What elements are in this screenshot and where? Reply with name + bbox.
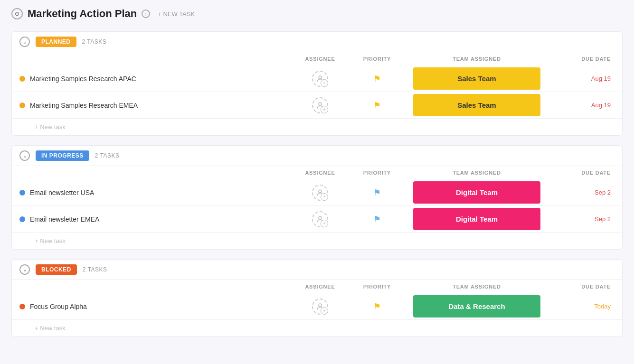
svg-point-2 <box>319 190 322 193</box>
svg-point-4 <box>319 304 322 307</box>
priority-cell: ⚑ <box>349 206 406 232</box>
team-cell: Digital Team <box>406 206 548 232</box>
task-count-blocked: 2 TASKS <box>83 266 107 273</box>
task-name-cell: Email newsletter USA <box>19 179 292 205</box>
page-container: ⊙ Marketing Action Plan i + NEW TASK ⌄ P… <box>0 0 634 364</box>
task-name-cell: Marketing Samples Research EMEA <box>19 92 292 118</box>
assignee-cell <box>292 65 349 92</box>
task-name: Marketing Samples Research EMEA <box>30 102 138 109</box>
status-badge-inprogress: IN PROGRESS <box>36 150 89 161</box>
section-header-blocked: ⌄ BLOCKED 2 TASKS <box>12 260 622 280</box>
flag-icon: ⚑ <box>373 301 381 312</box>
col-due: DUE DATE <box>548 284 615 289</box>
col-priority: PRIORITY <box>349 56 406 62</box>
sections-container: ⌄ PLANNED 2 TASKS ASSIGNEE PRIORITY TEAM… <box>11 31 623 337</box>
task-dot <box>19 103 25 108</box>
due-date-cell: Sep 2 <box>548 179 615 205</box>
col-due: DUE DATE <box>548 170 615 176</box>
flag-icon: ⚑ <box>373 187 381 198</box>
team-cell: Data & Research <box>406 293 548 319</box>
task-dot <box>19 190 25 196</box>
assignee-cell <box>292 293 349 319</box>
assignee-cell <box>292 92 349 118</box>
col-task-name <box>31 170 292 176</box>
col-assignee: ASSIGNEE <box>292 56 349 62</box>
col-headers-blocked: ASSIGNEE PRIORITY TEAM ASSIGNED DUE DATE <box>12 280 622 293</box>
task-name: Email newsletter USA <box>30 189 94 196</box>
team-cell: Digital Team <box>406 179 548 205</box>
priority-cell: ⚑ <box>349 293 406 319</box>
assignee-cell <box>292 206 349 232</box>
page-header: ⊙ Marketing Action Plan i + NEW TASK <box>11 8 623 20</box>
new-task-row-blocked[interactable]: + New task <box>12 320 622 336</box>
col-priority: PRIORITY <box>349 170 406 176</box>
team-cell: Sales Team <box>406 92 548 118</box>
task-name: Marketing Samples Research APAC <box>30 75 136 83</box>
section-collapse-blocked[interactable]: ⌄ <box>19 264 30 275</box>
due-date-cell: Today <box>548 293 615 319</box>
col-task-name <box>31 284 292 289</box>
assignee-avatar[interactable] <box>312 71 328 87</box>
assignee-cell <box>292 179 349 205</box>
task-name: Email newsletter EMEA <box>30 215 99 223</box>
section-blocked: ⌄ BLOCKED 2 TASKS ASSIGNEE PRIORITY TEAM… <box>11 259 623 337</box>
priority-cell: ⚑ <box>349 65 406 92</box>
col-due: DUE DATE <box>548 56 615 62</box>
due-date-cell: Aug 19 <box>548 92 615 118</box>
new-task-button[interactable]: + NEW TASK <box>155 9 198 19</box>
section-collapse-inprogress[interactable]: ⌄ <box>19 150 30 161</box>
team-cell: Sales Team <box>406 65 548 92</box>
col-team: TEAM ASSIGNED <box>406 170 548 176</box>
new-task-row-inprogress[interactable]: + New task <box>12 233 622 249</box>
svg-point-1 <box>319 103 322 105</box>
section-header-planned: ⌄ PLANNED 2 TASKS <box>12 32 622 52</box>
task-name-cell: Email newsletter EMEA <box>19 206 292 232</box>
task-name-cell: Focus Group Alpha <box>19 293 292 319</box>
new-task-row-planned[interactable]: + New task <box>12 119 622 135</box>
status-badge-blocked: BLOCKED <box>36 264 77 275</box>
task-count-inprogress: 2 TASKS <box>95 152 120 159</box>
task-count-planned: 2 TASKS <box>82 38 107 45</box>
section-planned: ⌄ PLANNED 2 TASKS ASSIGNEE PRIORITY TEAM… <box>11 31 623 136</box>
page-title: Marketing Action Plan <box>28 8 137 20</box>
status-badge-planned: PLANNED <box>36 37 76 47</box>
svg-point-0 <box>319 76 322 79</box>
col-task-name <box>31 56 292 62</box>
table-row: Email newsletter EMEA ⚑Digital TeamSep 2 <box>12 206 622 233</box>
section-header-inprogress: ⌄ IN PROGRESS 2 TASKS <box>12 146 622 166</box>
col-priority: PRIORITY <box>349 284 406 289</box>
priority-cell: ⚑ <box>349 92 406 118</box>
flag-icon: ⚑ <box>373 214 381 224</box>
svg-point-3 <box>319 216 322 219</box>
info-icon[interactable]: i <box>142 9 150 18</box>
assignee-avatar[interactable] <box>312 185 328 201</box>
section-inprogress: ⌄ IN PROGRESS 2 TASKS ASSIGNEE PRIORITY … <box>11 145 623 250</box>
task-dot <box>19 76 25 82</box>
team-badge[interactable]: Digital Team <box>413 181 540 204</box>
flag-icon: ⚑ <box>373 74 381 84</box>
task-name-cell: Marketing Samples Research APAC <box>19 65 292 92</box>
table-row: Marketing Samples Research APAC ⚑Sales T… <box>12 65 622 92</box>
table-row: Marketing Samples Research EMEA ⚑Sales T… <box>12 92 622 119</box>
assignee-avatar[interactable] <box>312 211 328 227</box>
team-badge[interactable]: Sales Team <box>413 67 540 90</box>
table-row: Email newsletter USA ⚑Digital TeamSep 2 <box>12 179 622 206</box>
flag-icon: ⚑ <box>373 100 381 111</box>
team-badge[interactable]: Sales Team <box>413 94 540 116</box>
col-assignee: ASSIGNEE <box>292 284 349 289</box>
col-headers-planned: ASSIGNEE PRIORITY TEAM ASSIGNED DUE DATE <box>12 52 622 65</box>
header-collapse-button[interactable]: ⊙ <box>11 8 23 19</box>
due-date-cell: Aug 19 <box>548 65 615 92</box>
assignee-avatar[interactable] <box>312 299 328 315</box>
col-assignee: ASSIGNEE <box>292 170 349 176</box>
due-date-cell: Sep 2 <box>548 206 615 232</box>
team-badge[interactable]: Data & Research <box>413 295 540 317</box>
team-badge[interactable]: Digital Team <box>413 208 540 230</box>
task-dot <box>19 304 25 309</box>
assignee-avatar[interactable] <box>312 97 328 113</box>
col-team: TEAM ASSIGNED <box>406 284 548 289</box>
table-row: Focus Group Alpha ⚑Data & ResearchToday <box>12 293 622 320</box>
col-team: TEAM ASSIGNED <box>406 56 548 62</box>
task-name: Focus Group Alpha <box>30 303 87 310</box>
section-collapse-planned[interactable]: ⌄ <box>19 37 30 47</box>
